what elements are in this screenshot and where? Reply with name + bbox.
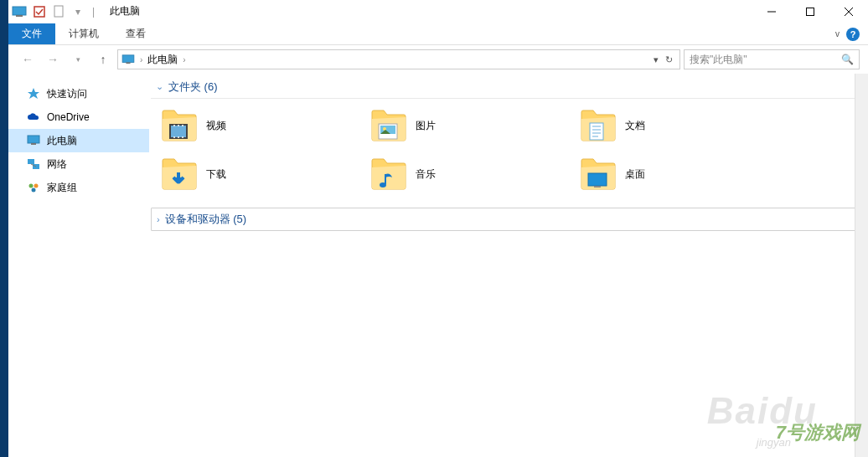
music-icon [377, 171, 399, 189]
svg-rect-11 [31, 143, 36, 145]
up-button[interactable]: ↑ [92, 49, 114, 70]
pc-icon [121, 54, 135, 64]
folder-item-video[interactable]: 视频 [159, 105, 369, 146]
titlebar: ▾ | 此电脑 [8, 0, 868, 23]
scrollbar[interactable] [855, 74, 868, 457]
sidebar-item-thispc[interactable]: 此电脑 [8, 129, 149, 152]
svg-rect-5 [807, 8, 814, 15]
svg-rect-10 [28, 136, 39, 143]
svg-point-34 [380, 182, 386, 187]
svg-point-17 [32, 188, 36, 193]
folder-item-downloads[interactable]: 下载 [159, 154, 369, 194]
svg-rect-2 [34, 7, 44, 17]
ribbon-expand-icon[interactable]: v [835, 29, 840, 39]
svg-rect-0 [13, 7, 26, 15]
downloads-icon [168, 171, 189, 189]
folder-item-desktop[interactable]: 桌面 [578, 154, 788, 194]
homegroup-icon [27, 181, 40, 194]
svg-rect-3 [54, 6, 63, 17]
svg-rect-19 [171, 126, 186, 137]
svg-point-25 [182, 136, 183, 138]
tab-file[interactable]: 文件 [8, 23, 55, 44]
folder-icon [370, 109, 407, 142]
navigation-pane: 快速访问 OneDrive 此电脑 网络 家庭组 [8, 74, 149, 457]
svg-rect-12 [28, 159, 34, 164]
qat-dropdown-icon[interactable] [52, 4, 67, 19]
group-title: 设备和驱动器 (5) [165, 212, 247, 227]
svg-point-15 [29, 184, 34, 188]
star-icon [27, 87, 40, 100]
folder-icon [580, 157, 617, 191]
recent-dropdown[interactable]: ▾ [67, 49, 89, 70]
desktop-icon [586, 171, 608, 189]
folder-label: 文档 [625, 119, 645, 133]
pictures-icon [377, 122, 399, 141]
navigation-bar: ← → ▾ ↑ › 此电脑 › ▾ ↻ 搜索"此电脑" 🔍 [8, 45, 868, 74]
sidebar-item-label: 此电脑 [47, 134, 77, 148]
close-button[interactable] [829, 0, 868, 23]
network-icon [27, 157, 40, 171]
address-dropdown-icon[interactable]: ▾ [654, 54, 659, 65]
folder-icon [370, 157, 407, 191]
group-title: 文件夹 (6) [168, 80, 218, 95]
svg-point-24 [178, 136, 179, 138]
sidebar-item-onedrive[interactable]: OneDrive [8, 105, 149, 129]
breadcrumb-thispc[interactable]: 此电脑 [147, 53, 178, 67]
svg-rect-29 [590, 123, 603, 140]
search-input[interactable]: 搜索"此电脑" 🔍 [684, 49, 860, 69]
group-header-folders[interactable]: ⌄ 文件夹 (6) [151, 75, 863, 99]
folder-icon [161, 157, 198, 191]
svg-rect-1 [16, 15, 23, 17]
refresh-icon[interactable]: ↻ [665, 54, 673, 65]
video-icon [168, 122, 189, 141]
folder-item-documents[interactable]: 文档 [578, 105, 788, 146]
chevron-right-icon[interactable]: › [183, 55, 185, 64]
search-icon[interactable]: 🔍 [841, 54, 854, 65]
forward-button[interactable]: → [42, 49, 64, 70]
explorer-window: ▾ | 此电脑 文件 计算机 查看 v ? ← → ▾ ↑ › 此电脑 › [8, 0, 868, 457]
chevron-down-icon: ⌄ [156, 81, 163, 92]
system-icon [12, 4, 27, 19]
chevron-right-icon[interactable]: › [140, 55, 142, 64]
svg-point-23 [173, 136, 175, 138]
search-placeholder: 搜索"此电脑" [690, 53, 747, 67]
qat-properties-icon[interactable] [32, 4, 47, 19]
folder-item-pictures[interactable]: 图片 [369, 105, 578, 146]
title-separator: | [92, 6, 95, 18]
sidebar-item-label: OneDrive [47, 111, 90, 123]
chevron-right-icon: › [157, 214, 160, 224]
svg-rect-36 [594, 186, 601, 187]
svg-point-21 [178, 125, 179, 126]
documents-icon [586, 122, 608, 141]
sidebar-item-network[interactable]: 网络 [8, 152, 149, 176]
help-icon[interactable]: ? [846, 28, 860, 41]
svg-point-20 [173, 125, 175, 126]
minimize-button[interactable] [752, 0, 791, 23]
folder-icon [580, 109, 617, 142]
sidebar-item-homegroup[interactable]: 家庭组 [8, 176, 149, 199]
folder-icon [161, 109, 198, 142]
folder-label: 图片 [416, 119, 436, 133]
folder-label: 音乐 [416, 167, 436, 182]
address-bar[interactable]: › 此电脑 › ▾ ↻ [117, 49, 680, 69]
folder-label: 视频 [206, 119, 226, 133]
back-button[interactable]: ← [17, 49, 39, 70]
sidebar-item-label: 网络 [47, 157, 67, 172]
group-header-devices[interactable]: › 设备和驱动器 (5) [151, 208, 863, 231]
maximize-button[interactable] [791, 0, 829, 23]
content-pane: ⌄ 文件夹 (6) 视频图片文档下载音乐桌面 › 设备和驱动器 (5) [149, 74, 868, 457]
folder-label: 桌面 [625, 167, 645, 182]
tab-computer[interactable]: 计算机 [55, 23, 112, 44]
pc-icon [27, 134, 40, 147]
sidebar-item-quickaccess[interactable]: 快速访问 [8, 82, 149, 105]
svg-rect-35 [588, 173, 607, 186]
folder-item-music[interactable]: 音乐 [369, 154, 578, 194]
ribbon-tabs: 文件 计算机 查看 v ? [8, 23, 868, 45]
window-title: 此电脑 [110, 4, 140, 18]
svg-rect-9 [126, 62, 130, 64]
tab-view[interactable]: 查看 [112, 23, 159, 44]
svg-point-16 [34, 184, 39, 188]
folder-label: 下载 [206, 167, 226, 182]
qat-separator[interactable]: ▾ [75, 6, 80, 18]
cloud-icon [27, 110, 40, 124]
